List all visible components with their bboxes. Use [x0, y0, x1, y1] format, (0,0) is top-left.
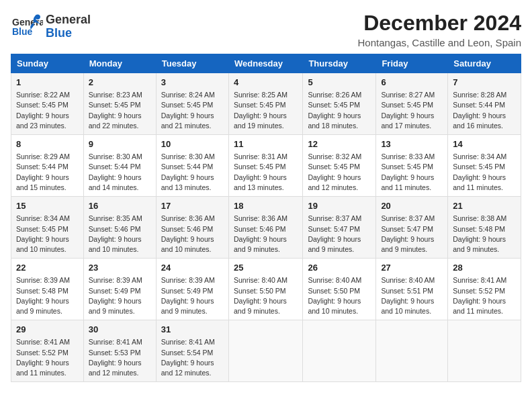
- day-info: Sunrise: 8:36 AM Sunset: 5:46 PM Dayligh…: [161, 214, 224, 255]
- calendar-day-cell: 17Sunrise: 8:36 AM Sunset: 5:46 PM Dayli…: [156, 197, 228, 259]
- day-number: 22: [16, 262, 79, 274]
- logo-line2: Blue: [46, 27, 91, 40]
- day-info: Sunrise: 8:30 AM Sunset: 5:44 PM Dayligh…: [89, 152, 151, 193]
- day-number: 17: [161, 200, 224, 212]
- calendar-day-cell: 30Sunrise: 8:41 AM Sunset: 5:53 PM Dayli…: [83, 320, 156, 382]
- logo-text-block: General Blue: [46, 13, 91, 40]
- calendar-day-cell: 6Sunrise: 8:27 AM Sunset: 5:45 PM Daylig…: [376, 73, 448, 135]
- day-info: Sunrise: 8:23 AM Sunset: 5:45 PM Dayligh…: [89, 90, 151, 131]
- calendar-week-row: 8Sunrise: 8:29 AM Sunset: 5:44 PM Daylig…: [11, 135, 521, 197]
- day-number: 20: [381, 200, 443, 212]
- calendar-day-cell: 29Sunrise: 8:41 AM Sunset: 5:52 PM Dayli…: [11, 320, 84, 382]
- day-info: Sunrise: 8:26 AM Sunset: 5:45 PM Dayligh…: [308, 90, 371, 131]
- calendar-day-cell: 27Sunrise: 8:40 AM Sunset: 5:51 PM Dayli…: [376, 259, 448, 320]
- day-info: Sunrise: 8:36 AM Sunset: 5:46 PM Dayligh…: [234, 214, 298, 255]
- calendar-empty-cell: [376, 320, 448, 382]
- day-info: Sunrise: 8:31 AM Sunset: 5:45 PM Dayligh…: [234, 152, 298, 193]
- day-info: Sunrise: 8:32 AM Sunset: 5:45 PM Dayligh…: [308, 152, 371, 193]
- day-info: Sunrise: 8:22 AM Sunset: 5:45 PM Dayligh…: [16, 90, 79, 131]
- day-info: Sunrise: 8:40 AM Sunset: 5:51 PM Dayligh…: [381, 275, 443, 316]
- day-number: 5: [308, 77, 371, 89]
- calendar-empty-cell: [228, 320, 302, 382]
- day-number: 31: [161, 324, 224, 336]
- calendar-day-cell: 26Sunrise: 8:40 AM Sunset: 5:50 PM Dayli…: [303, 259, 376, 320]
- day-number: 19: [308, 200, 371, 212]
- day-info: Sunrise: 8:41 AM Sunset: 5:52 PM Dayligh…: [16, 337, 79, 378]
- day-number: 12: [308, 138, 371, 150]
- calendar-day-cell: 12Sunrise: 8:32 AM Sunset: 5:45 PM Dayli…: [303, 135, 376, 197]
- day-of-week-header: Saturday: [448, 54, 521, 73]
- day-info: Sunrise: 8:29 AM Sunset: 5:44 PM Dayligh…: [16, 152, 79, 193]
- calendar-week-row: 29Sunrise: 8:41 AM Sunset: 5:52 PM Dayli…: [11, 320, 521, 382]
- day-info: Sunrise: 8:41 AM Sunset: 5:54 PM Dayligh…: [161, 337, 224, 378]
- calendar-day-cell: 2Sunrise: 8:23 AM Sunset: 5:45 PM Daylig…: [83, 73, 156, 135]
- day-number: 4: [234, 77, 298, 89]
- day-number: 28: [453, 262, 516, 274]
- calendar-day-cell: 14Sunrise: 8:34 AM Sunset: 5:45 PM Dayli…: [448, 135, 521, 197]
- calendar-week-row: 22Sunrise: 8:39 AM Sunset: 5:48 PM Dayli…: [11, 259, 521, 320]
- calendar-day-cell: 21Sunrise: 8:38 AM Sunset: 5:48 PM Dayli…: [448, 197, 521, 259]
- day-number: 23: [89, 262, 151, 274]
- day-info: Sunrise: 8:34 AM Sunset: 5:45 PM Dayligh…: [16, 214, 79, 255]
- day-info: Sunrise: 8:30 AM Sunset: 5:44 PM Dayligh…: [161, 152, 224, 193]
- calendar-empty-cell: [303, 320, 376, 382]
- subtitle: Hontangas, Castille and Leon, Spain: [357, 37, 521, 48]
- day-info: Sunrise: 8:33 AM Sunset: 5:45 PM Dayligh…: [381, 152, 443, 193]
- day-number: 2: [89, 77, 151, 89]
- day-number: 26: [308, 262, 371, 274]
- day-info: Sunrise: 8:41 AM Sunset: 5:53 PM Dayligh…: [89, 337, 151, 378]
- logo: General Blue General Blue: [11, 11, 91, 43]
- day-number: 24: [161, 262, 224, 274]
- calendar-day-cell: 24Sunrise: 8:39 AM Sunset: 5:49 PM Dayli…: [156, 259, 228, 320]
- calendar-day-cell: 15Sunrise: 8:34 AM Sunset: 5:45 PM Dayli…: [11, 197, 84, 259]
- day-number: 6: [381, 77, 443, 89]
- day-info: Sunrise: 8:27 AM Sunset: 5:45 PM Dayligh…: [381, 90, 443, 131]
- calendar-day-cell: 22Sunrise: 8:39 AM Sunset: 5:48 PM Dayli…: [11, 259, 84, 320]
- calendar-day-cell: 28Sunrise: 8:41 AM Sunset: 5:52 PM Dayli…: [448, 259, 521, 320]
- calendar-day-cell: 3Sunrise: 8:24 AM Sunset: 5:45 PM Daylig…: [156, 73, 228, 135]
- day-info: Sunrise: 8:28 AM Sunset: 5:44 PM Dayligh…: [453, 90, 516, 131]
- calendar-day-cell: 1Sunrise: 8:22 AM Sunset: 5:45 PM Daylig…: [11, 73, 84, 135]
- calendar-day-cell: 8Sunrise: 8:29 AM Sunset: 5:44 PM Daylig…: [11, 135, 84, 197]
- calendar-day-cell: 5Sunrise: 8:26 AM Sunset: 5:45 PM Daylig…: [303, 73, 376, 135]
- day-of-week-header: Friday: [376, 54, 448, 73]
- day-info: Sunrise: 8:39 AM Sunset: 5:48 PM Dayligh…: [16, 275, 79, 316]
- day-of-week-header: Tuesday: [156, 54, 228, 73]
- day-number: 18: [234, 200, 298, 212]
- day-of-week-header: Sunday: [11, 54, 84, 73]
- day-info: Sunrise: 8:39 AM Sunset: 5:49 PM Dayligh…: [161, 275, 224, 316]
- calendar-day-cell: 20Sunrise: 8:37 AM Sunset: 5:47 PM Dayli…: [376, 197, 448, 259]
- day-of-week-header: Monday: [83, 54, 156, 73]
- day-info: Sunrise: 8:25 AM Sunset: 5:45 PM Dayligh…: [234, 90, 298, 131]
- calendar-day-cell: 16Sunrise: 8:35 AM Sunset: 5:46 PM Dayli…: [83, 197, 156, 259]
- calendar-day-cell: 31Sunrise: 8:41 AM Sunset: 5:54 PM Dayli…: [156, 320, 228, 382]
- day-info: Sunrise: 8:37 AM Sunset: 5:47 PM Dayligh…: [381, 214, 443, 255]
- day-info: Sunrise: 8:39 AM Sunset: 5:49 PM Dayligh…: [89, 275, 151, 316]
- day-number: 15: [16, 200, 79, 212]
- calendar-day-cell: 7Sunrise: 8:28 AM Sunset: 5:44 PM Daylig…: [448, 73, 521, 135]
- day-number: 25: [234, 262, 298, 274]
- day-info: Sunrise: 8:24 AM Sunset: 5:45 PM Dayligh…: [161, 90, 224, 131]
- calendar-day-cell: 25Sunrise: 8:40 AM Sunset: 5:50 PM Dayli…: [228, 259, 302, 320]
- calendar-header-row: SundayMondayTuesdayWednesdayThursdayFrid…: [11, 54, 521, 73]
- day-info: Sunrise: 8:41 AM Sunset: 5:52 PM Dayligh…: [453, 275, 516, 316]
- day-number: 9: [89, 138, 151, 150]
- calendar-day-cell: 18Sunrise: 8:36 AM Sunset: 5:46 PM Dayli…: [228, 197, 302, 259]
- day-number: 13: [381, 138, 443, 150]
- day-info: Sunrise: 8:40 AM Sunset: 5:50 PM Dayligh…: [308, 275, 371, 316]
- page-header: General Blue General Blue December 2024 …: [11, 11, 521, 48]
- general-blue-logo-icon: General Blue: [11, 11, 43, 43]
- calendar-day-cell: 13Sunrise: 8:33 AM Sunset: 5:45 PM Dayli…: [376, 135, 448, 197]
- calendar-day-cell: 23Sunrise: 8:39 AM Sunset: 5:49 PM Dayli…: [83, 259, 156, 320]
- day-info: Sunrise: 8:34 AM Sunset: 5:45 PM Dayligh…: [453, 152, 516, 193]
- day-of-week-header: Thursday: [303, 54, 376, 73]
- calendar-day-cell: 11Sunrise: 8:31 AM Sunset: 5:45 PM Dayli…: [228, 135, 302, 197]
- calendar-week-row: 15Sunrise: 8:34 AM Sunset: 5:45 PM Dayli…: [11, 197, 521, 259]
- day-info: Sunrise: 8:35 AM Sunset: 5:46 PM Dayligh…: [89, 214, 151, 255]
- day-number: 11: [234, 138, 298, 150]
- calendar-day-cell: 10Sunrise: 8:30 AM Sunset: 5:44 PM Dayli…: [156, 135, 228, 197]
- calendar-day-cell: 19Sunrise: 8:37 AM Sunset: 5:47 PM Dayli…: [303, 197, 376, 259]
- day-number: 16: [89, 200, 151, 212]
- day-number: 27: [381, 262, 443, 274]
- day-number: 30: [89, 324, 151, 336]
